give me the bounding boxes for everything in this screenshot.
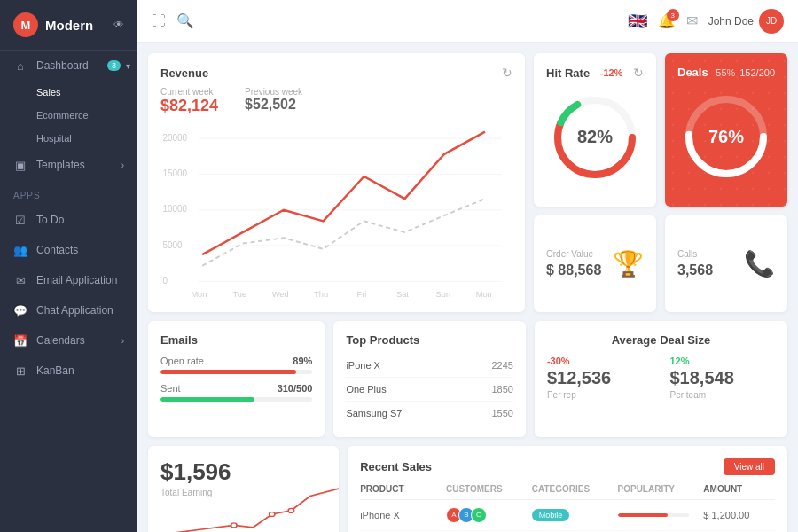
hit-rate-header: Hit Rate -12% ↻	[546, 66, 644, 80]
row-category: Mobile	[532, 509, 618, 521]
per-team-label: Per team	[669, 390, 775, 400]
sidebar-item-calendars[interactable]: 📅 Calendars ›	[0, 325, 137, 356]
svg-text:15000: 15000	[162, 168, 187, 178]
sidebar-item-chat[interactable]: 💬 Chat Application	[0, 295, 137, 325]
order-info: Order Value $ 88,568	[546, 249, 601, 278]
sidebar-logo: M Modern 👁	[0, 0, 137, 51]
per-rep-item: -30% $12,536 Per rep	[547, 356, 653, 400]
sidebar-item-templates[interactable]: ▣ Templates ›	[0, 150, 137, 180]
hit-rate-card: Hit Rate -12% ↻ 82%	[534, 53, 656, 207]
deals-value: 76%	[708, 127, 744, 147]
open-rate-progress-fill	[160, 370, 296, 374]
email-icon: ✉	[13, 273, 27, 287]
current-week-stat: Current week $82,124	[160, 87, 218, 115]
previous-week-stat: Previous week $52,502	[245, 87, 302, 115]
deals-card: Deals -55% 152/200 76%	[665, 53, 787, 207]
trophy-icon: 🏆	[613, 249, 644, 278]
svg-text:Fri: Fri	[357, 290, 367, 299]
deals-title: Deals	[677, 66, 708, 79]
per-rep-label: Per rep	[547, 390, 653, 400]
recent-sales-title: Recent Sales	[360, 460, 432, 473]
svg-text:0: 0	[162, 276, 168, 286]
order-value-card: Order Value $ 88,568 🏆	[534, 215, 656, 311]
current-week-value: $82,124	[160, 97, 218, 115]
recent-sales-header: Recent Sales View all	[360, 458, 775, 475]
notification-bell[interactable]: 🔔 3	[658, 12, 676, 29]
revenue-card: Revenue ↻ Current week $82,124 Previous …	[148, 53, 525, 312]
sidebar-item-contacts[interactable]: 👥 Contacts	[0, 235, 137, 265]
product-row-0: iPone X 2245	[346, 354, 513, 378]
deals-count: 152/200	[739, 67, 775, 78]
chat-icon: 💬	[13, 303, 27, 317]
flag-icon[interactable]: 🇬🇧	[628, 12, 647, 31]
revenue-refresh-icon[interactable]: ↻	[502, 66, 512, 80]
sidebar-item-todo[interactable]: ☑ To Do	[0, 205, 137, 235]
svg-text:Sat: Sat	[396, 290, 409, 299]
mail-icon[interactable]: ✉	[686, 12, 698, 29]
calls-value: 3,568	[677, 262, 713, 278]
topbar-left-icons: ⛶ 🔍	[152, 12, 194, 29]
username-label: John Doe	[708, 15, 754, 27]
recent-sales-card: Recent Sales View all Product Customers …	[348, 446, 787, 533]
emails-card: Emails Open rate 89% Sent 310/500	[148, 321, 325, 437]
sidebar-item-hospital[interactable]: Hospital	[0, 127, 137, 150]
svg-text:5000: 5000	[162, 240, 183, 250]
hit-rate-donut: 82%	[546, 80, 644, 194]
templates-icon: ▣	[13, 158, 27, 172]
row-amount: $ 1,200.00	[703, 510, 775, 520]
app-name: Modern	[45, 18, 93, 33]
deal-size-card: Average Deal Size -30% $12,536 Per rep 1…	[535, 321, 787, 437]
calls-card: Calls 3,568 📞	[665, 215, 787, 311]
main-content: ⛶ 🔍 🇬🇧 🔔 3 ✉ John Doe JD Revenue	[137, 0, 798, 532]
bell-badge: 3	[667, 9, 679, 21]
sidebar-item-dashboard[interactable]: ⌂ Dashboard 3 ▾	[0, 51, 137, 81]
search-icon[interactable]: 🔍	[176, 12, 194, 29]
sidebar-item-email[interactable]: ✉ Email Application	[0, 265, 137, 295]
open-rate-stat: Open rate 89%	[160, 356, 312, 374]
calendar-icon: 📅	[13, 333, 27, 348]
sidebar-eye-icon[interactable]: 👁	[113, 19, 124, 31]
popularity-fill	[618, 513, 668, 517]
chevron-down-icon: ▾	[126, 61, 130, 71]
topbar: ⛶ 🔍 🇬🇧 🔔 3 ✉ John Doe JD	[137, 0, 798, 43]
sidebar-item-sales[interactable]: Sales	[0, 81, 137, 104]
hit-rate-change: -12%	[600, 67, 623, 78]
deals-change: -55%	[713, 67, 736, 78]
emails-title: Emails	[160, 333, 312, 347]
todo-icon: ☑	[13, 213, 27, 227]
view-all-button[interactable]: View all	[724, 458, 775, 475]
svg-text:10000: 10000	[162, 204, 187, 214]
bottom-row: $1,596 Total Earning Recent Sales View a…	[148, 446, 787, 533]
topbar-right: 🇬🇧 🔔 3 ✉ John Doe JD	[628, 9, 784, 34]
table-header: Product Customers Categories Popularity …	[360, 484, 775, 500]
deal-size-values: -30% $12,536 Per rep 12% $18,548 Per tea…	[547, 356, 775, 400]
svg-text:Sun: Sun	[436, 290, 451, 299]
order-value: $ 88,568	[546, 262, 601, 278]
phone-icon: 📞	[744, 249, 775, 278]
product-row-1: One Plus 1850	[346, 378, 513, 402]
user-profile[interactable]: John Doe JD	[708, 9, 784, 34]
expand-icon[interactable]: ⛶	[152, 13, 166, 29]
per-team-amount: $18,548	[669, 368, 775, 388]
per-rep-change: -30%	[547, 356, 653, 366]
svg-text:Wed: Wed	[272, 290, 289, 299]
hit-rate-title: Hit Rate	[546, 66, 590, 80]
svg-point-23	[231, 522, 237, 527]
top-products-title: Top Products	[346, 333, 513, 347]
sidebar: M Modern 👁 ⌂ Dashboard 3 ▾ Sales Ecommer…	[0, 0, 137, 532]
sidebar-item-kanban[interactable]: ⊞ KanBan	[0, 356, 137, 386]
svg-text:Tue: Tue	[232, 290, 246, 299]
earning-chart	[148, 485, 339, 533]
per-team-change: 12%	[669, 356, 775, 366]
sent-progress-bar	[160, 397, 312, 402]
sidebar-item-ecommerce[interactable]: Ecommerce	[0, 104, 137, 127]
table-row: iPhone X A B C Mobile	[360, 500, 775, 531]
customer-avatars: A B C	[446, 507, 532, 523]
revenue-title: Revenue	[160, 66, 208, 80]
hit-rate-refresh-icon[interactable]: ↻	[633, 66, 644, 80]
avatar-3: C	[471, 507, 487, 523]
category-badge: Mobile	[532, 509, 570, 521]
svg-text:20000: 20000	[162, 133, 187, 143]
deals-donut: 76%	[677, 79, 775, 194]
revenue-header: Revenue ↻	[160, 66, 512, 80]
